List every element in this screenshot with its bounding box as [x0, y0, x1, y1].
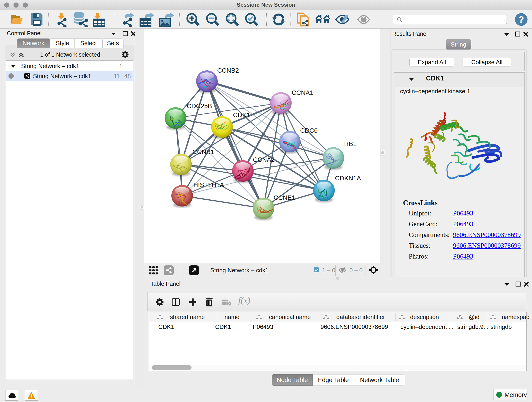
- svg-text:CDC25B: CDC25B: [187, 102, 212, 109]
- svg-text:RB1: RB1: [344, 140, 356, 147]
- svg-text:?: ?: [519, 14, 524, 25]
- svg-text:CCNB2: CCNB2: [217, 67, 239, 74]
- svg-text:CCNB1: CCNB1: [192, 148, 214, 155]
- svg-text:CDKN1A: CDKN1A: [335, 175, 361, 182]
- svg-text:HIST1H1A: HIST1H1A: [193, 181, 224, 188]
- svg-text:CCNA2: CCNA2: [253, 156, 275, 163]
- svg-text:CDK1: CDK1: [233, 111, 250, 119]
- svg-text:CDC6: CDC6: [300, 127, 317, 134]
- svg-text:CCNE1: CCNE1: [273, 194, 295, 201]
- svg-text:CCNA1: CCNA1: [292, 89, 313, 96]
